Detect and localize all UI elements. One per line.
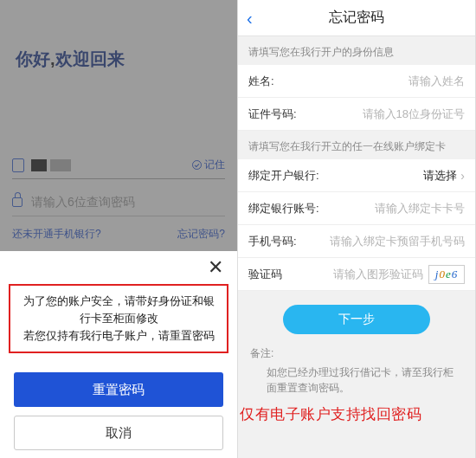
row-bank-select[interactable]: 绑定开户银行: 请选择 ›	[238, 159, 475, 192]
field-label: 绑定银行账号:	[248, 201, 319, 216]
field-label: 绑定开户银行:	[248, 168, 319, 184]
row-phone-number[interactable]: 手机号码: 请输入绑定卡预留手机号码	[238, 225, 475, 258]
row-name[interactable]: 姓名: 请输入姓名	[238, 65, 475, 98]
page-title: 忘记密码	[329, 9, 384, 27]
annotation-red-notice: 仅有电子账户支持找回密码	[238, 399, 475, 424]
select-value: 请选择	[423, 168, 457, 184]
security-message-box: 为了您的账户安全，请带好身份证和银行卡至柜面修改 若您仅持有我行电子账户，请重置…	[9, 284, 228, 353]
next-step-button[interactable]: 下一步	[283, 305, 430, 334]
field-placeholder: 请输入姓名	[408, 74, 465, 89]
cancel-label: 取消	[106, 425, 132, 442]
section-card-label: 请填写您在我行开立的任一在线账户绑定卡	[238, 131, 475, 159]
captcha-image[interactable]: j0e6	[428, 265, 465, 284]
field-placeholder: 请输入图形验证码	[333, 267, 423, 282]
field-placeholder: 请输入18位身份证号	[363, 106, 465, 122]
remark-block: 备注: 如您已经办理过我行借记卡，请至我行柜面重置查询密码。	[238, 334, 475, 399]
bottom-sheet: ✕ 为了您的账户安全，请带好身份证和银行卡至柜面修改 若您仅持有我行电子账户，请…	[0, 251, 237, 458]
reset-password-button[interactable]: 重置密码	[14, 372, 223, 407]
phone-forgot-password: ‹ 忘记密码 请填写您在我行开户的身份信息 姓名: 请输入姓名 证件号码: 请输…	[238, 0, 476, 458]
row-captcha[interactable]: 验证码 请输入图形验证码 j0e6	[238, 258, 475, 291]
row-id-number[interactable]: 证件号码: 请输入18位身份证号	[238, 98, 475, 131]
field-label: 验证码	[248, 267, 282, 282]
nav-header: ‹ 忘记密码	[238, 0, 475, 36]
close-icon[interactable]: ✕	[208, 258, 223, 277]
field-placeholder: 请输入绑定卡预留手机号码	[330, 234, 465, 249]
phone-login-sheet: 你好,欢迎回来 记住 请输入6位查询密码 还未开通手机银行? 忘记密码? ✕	[0, 0, 238, 458]
security-message-line2: 若您仅持有我行电子账户，请重置密码	[19, 327, 218, 345]
reset-password-label: 重置密码	[93, 382, 145, 398]
field-label: 姓名:	[248, 74, 274, 89]
field-placeholder: 请输入绑定卡卡号	[375, 201, 465, 216]
modal-backdrop	[0, 0, 237, 251]
row-card-number[interactable]: 绑定银行账号: 请输入绑定卡卡号	[238, 192, 475, 225]
next-step-label: 下一步	[338, 312, 375, 327]
field-label: 手机号码:	[248, 234, 297, 249]
cancel-button[interactable]: 取消	[14, 416, 223, 450]
chevron-right-icon: ›	[460, 169, 465, 183]
field-label: 证件号码:	[248, 106, 297, 122]
remark-heading: 备注:	[250, 346, 463, 361]
section-identity-label: 请填写您在我行开户的身份信息	[238, 36, 475, 65]
remark-body: 如您已经办理过我行借记卡，请至我行柜面重置查询密码。	[250, 364, 463, 396]
screenshot-pair: 你好,欢迎回来 记住 请输入6位查询密码 还未开通手机银行? 忘记密码? ✕	[0, 0, 476, 458]
back-icon[interactable]: ‹	[247, 10, 253, 27]
security-message-line1: 为了您的账户安全，请带好身份证和银行卡至柜面修改	[19, 293, 218, 327]
